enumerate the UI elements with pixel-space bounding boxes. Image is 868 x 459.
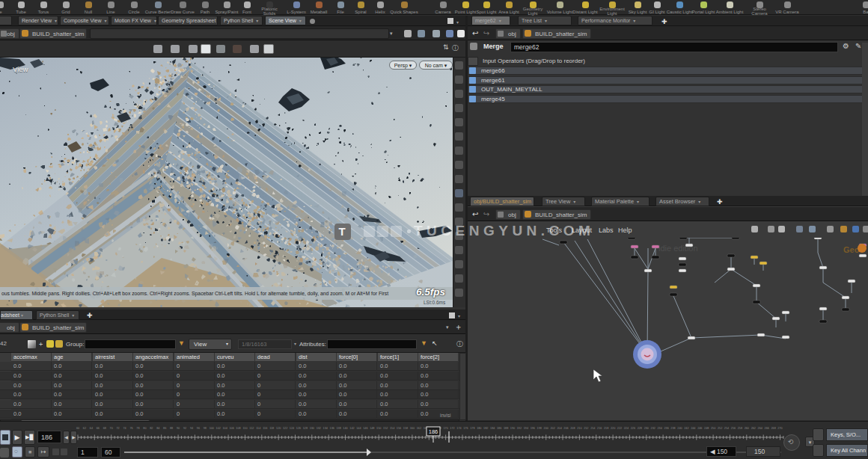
svg-text:186: 186 — [497, 427, 501, 430]
svg-text:70: 70 — [110, 427, 113, 430]
svg-text:92: 92 — [183, 427, 186, 430]
svg-text:104: 104 — [222, 427, 227, 430]
svg-text:216: 216 — [597, 427, 602, 430]
svg-text:102: 102 — [216, 427, 221, 430]
svg-text:256: 256 — [731, 427, 736, 430]
svg-text:156: 156 — [397, 427, 401, 430]
svg-text:100: 100 — [210, 427, 214, 430]
svg-text:84: 84 — [156, 427, 159, 430]
svg-text:98: 98 — [204, 427, 207, 430]
svg-text:200: 200 — [544, 427, 548, 430]
svg-text:190: 190 — [510, 427, 515, 430]
svg-text:146: 146 — [363, 427, 367, 430]
svg-text:132: 132 — [317, 427, 321, 430]
svg-text:242: 242 — [684, 427, 688, 430]
svg-text:172: 172 — [450, 427, 454, 430]
svg-text:250: 250 — [711, 427, 715, 430]
svg-text:82: 82 — [150, 427, 153, 430]
svg-text:182: 182 — [483, 427, 488, 430]
svg-text:90: 90 — [177, 427, 180, 430]
svg-text:248: 248 — [704, 427, 709, 430]
svg-text:62: 62 — [83, 427, 86, 430]
svg-text:270: 270 — [777, 427, 782, 430]
svg-text:236: 236 — [664, 427, 668, 430]
svg-text:108: 108 — [236, 427, 240, 430]
svg-text:120: 120 — [276, 427, 281, 430]
svg-text:124: 124 — [290, 427, 294, 430]
svg-text:184: 184 — [490, 427, 495, 430]
svg-text:116: 116 — [263, 427, 267, 430]
svg-text:266: 266 — [765, 427, 769, 430]
svg-text:188: 188 — [504, 427, 508, 430]
svg-text:154: 154 — [390, 427, 394, 430]
svg-text:130: 130 — [310, 427, 314, 430]
svg-text:224: 224 — [624, 427, 629, 430]
svg-text:136: 136 — [330, 427, 334, 430]
svg-text:208: 208 — [570, 427, 575, 430]
svg-text:218: 218 — [604, 427, 608, 430]
svg-text:74: 74 — [123, 427, 126, 430]
svg-text:176: 176 — [463, 427, 468, 430]
svg-text:150: 150 — [376, 427, 381, 430]
svg-text:186: 186 — [429, 428, 438, 435]
svg-text:Geo: Geo — [843, 245, 860, 254]
svg-text:252: 252 — [718, 427, 722, 430]
svg-text:206: 206 — [563, 427, 568, 430]
svg-text:174: 174 — [456, 427, 461, 430]
svg-text:86: 86 — [163, 427, 166, 430]
svg-text:76: 76 — [129, 427, 132, 430]
svg-text:222: 222 — [617, 427, 622, 430]
svg-text:238: 238 — [670, 427, 675, 430]
svg-text:268: 268 — [771, 427, 775, 430]
svg-text:122: 122 — [283, 427, 287, 430]
svg-text:196: 196 — [531, 427, 535, 430]
svg-text:194: 194 — [524, 427, 528, 430]
svg-text:134: 134 — [323, 427, 328, 430]
svg-text:198: 198 — [537, 427, 542, 430]
svg-text:264: 264 — [758, 427, 762, 430]
svg-text:60: 60 — [76, 427, 79, 430]
svg-text:160: 160 — [410, 427, 415, 430]
svg-text:144: 144 — [356, 427, 361, 430]
svg-text:64: 64 — [90, 427, 93, 430]
svg-text:210: 210 — [577, 427, 581, 430]
svg-text:260: 260 — [745, 427, 749, 430]
svg-text:80: 80 — [143, 427, 146, 430]
svg-text:140: 140 — [343, 427, 347, 430]
svg-text:152: 152 — [383, 427, 388, 430]
svg-text:180: 180 — [477, 427, 481, 430]
svg-text:262: 262 — [751, 427, 756, 430]
svg-text:138: 138 — [336, 427, 340, 430]
svg-text:96: 96 — [197, 427, 200, 430]
svg-text:158: 158 — [403, 427, 408, 430]
svg-text:142: 142 — [349, 427, 354, 430]
svg-text:68: 68 — [103, 427, 106, 430]
svg-text:66: 66 — [97, 427, 100, 430]
svg-text:112: 112 — [249, 427, 254, 430]
svg-text:240: 240 — [677, 427, 682, 430]
svg-text:254: 254 — [724, 427, 729, 430]
svg-text:244: 244 — [691, 427, 695, 430]
svg-text:246: 246 — [697, 427, 702, 430]
svg-text:114: 114 — [256, 427, 260, 430]
svg-text:128: 128 — [303, 427, 308, 430]
svg-text:178: 178 — [470, 427, 474, 430]
svg-text:162: 162 — [417, 427, 421, 430]
svg-text:106: 106 — [229, 427, 233, 430]
svg-text:220: 220 — [611, 427, 615, 430]
svg-text:228: 228 — [638, 427, 642, 430]
svg-text:212: 212 — [584, 427, 588, 430]
svg-text:232: 232 — [651, 427, 655, 430]
svg-text:202: 202 — [550, 427, 554, 430]
svg-text:118: 118 — [269, 427, 274, 430]
svg-text:126: 126 — [296, 427, 301, 430]
svg-text:214: 214 — [590, 427, 595, 430]
svg-text:94: 94 — [190, 427, 193, 430]
svg-text:88: 88 — [170, 427, 173, 430]
svg-text:234: 234 — [657, 427, 661, 430]
svg-text:230: 230 — [644, 427, 649, 430]
svg-text:148: 148 — [370, 427, 374, 430]
svg-text:192: 192 — [517, 427, 522, 430]
svg-text:204: 204 — [557, 427, 561, 430]
svg-text:170: 170 — [443, 427, 447, 430]
